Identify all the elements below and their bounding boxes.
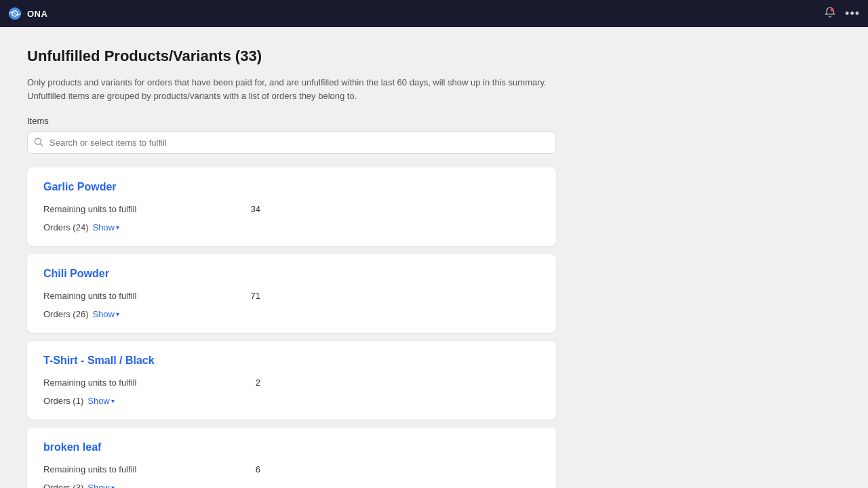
more-options-icon[interactable]: ••• [845,7,860,21]
show-link-chili-powder[interactable]: Show▾ [92,309,119,319]
products-list: Garlic PowderRemaining units to fulfill3… [27,167,841,488]
product-name-tshirt-small-black[interactable]: T-Shirt - Small / Black [43,354,540,367]
svg-point-2 [831,8,834,12]
orders-label-chili-powder: Orders (26) [43,309,88,319]
main-content: Unfulfilled Products/Variants (33) Only … [0,27,868,488]
orders-label-tshirt-small-black: Orders (1) [43,396,83,406]
remaining-value-garlic-powder: 34 [251,204,260,214]
page-description: Only products and variants for orders th… [27,76,556,102]
orders-label-garlic-powder: Orders (24) [43,222,88,232]
show-text-tshirt-small-black: Show [87,396,110,406]
remaining-label-broken-leaf: Remaining units to fulfill [43,464,136,474]
orders-label-broken-leaf: Orders (3) [43,483,83,488]
product-card-tshirt-small-black: T-Shirt - Small / BlackRemaining units t… [27,341,556,420]
show-link-tshirt-small-black[interactable]: Show▾ [87,396,115,406]
ona-logo-icon [8,7,22,20]
search-icon [34,137,43,148]
remaining-label-chili-powder: Remaining units to fulfill [43,291,136,301]
product-name-garlic-powder[interactable]: Garlic Powder [43,181,540,193]
chevron-down-icon: ▾ [111,397,115,405]
bell-icon[interactable] [825,7,835,20]
remaining-value-chili-powder: 71 [251,291,260,301]
show-link-garlic-powder[interactable]: Show▾ [92,222,119,232]
navbar-right: ••• [825,7,860,21]
product-meta-row-garlic-powder: Remaining units to fulfill34 [43,204,260,214]
svg-line-4 [41,144,43,146]
page-title: Unfulfilled Products/Variants (33) [27,47,841,65]
chevron-down-icon: ▾ [116,310,119,318]
product-meta-row-tshirt-small-black: Remaining units to fulfill2 [43,378,260,388]
product-name-broken-leaf[interactable]: broken leaf [43,441,540,453]
product-meta-row-broken-leaf: Remaining units to fulfill6 [43,464,260,474]
orders-row-broken-leaf: Orders (3)Show▾ [43,483,540,488]
product-card-broken-leaf: broken leafRemaining units to fulfill6Or… [27,428,556,488]
search-container [27,131,556,154]
navbar: ONA ••• [0,0,868,27]
product-card-garlic-powder: Garlic PowderRemaining units to fulfill3… [27,167,556,246]
search-input[interactable] [27,131,556,154]
orders-row-garlic-powder: Orders (24)Show▾ [43,222,540,232]
orders-row-chili-powder: Orders (26)Show▾ [43,309,540,319]
navbar-brand-label: ONA [27,9,47,19]
show-text-chili-powder: Show [92,309,115,319]
show-link-broken-leaf[interactable]: Show▾ [87,483,115,488]
remaining-value-tshirt-small-black: 2 [256,378,260,388]
orders-row-tshirt-small-black: Orders (1)Show▾ [43,396,540,406]
product-meta-row-chili-powder: Remaining units to fulfill71 [43,291,260,301]
show-text-garlic-powder: Show [92,222,115,232]
remaining-label-garlic-powder: Remaining units to fulfill [43,204,136,214]
items-label: Items [27,116,841,126]
product-name-chili-powder[interactable]: Chili Powder [43,268,540,280]
show-text-broken-leaf: Show [87,483,110,488]
remaining-value-broken-leaf: 6 [256,464,260,474]
chevron-down-icon: ▾ [111,484,115,488]
remaining-label-tshirt-small-black: Remaining units to fulfill [43,378,136,388]
product-card-chili-powder: Chili PowderRemaining units to fulfill71… [27,254,556,333]
navbar-left: ONA [8,7,47,20]
chevron-down-icon: ▾ [116,224,119,231]
